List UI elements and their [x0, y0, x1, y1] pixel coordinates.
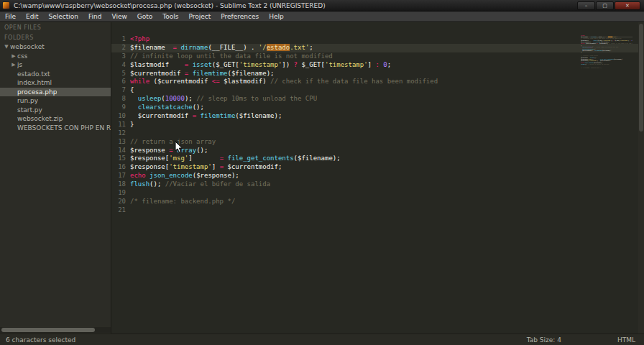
code-line-1[interactable]: 1<?php — [111, 35, 644, 44]
line-content: $filename = dirname(__FILE__) . '/estado… — [130, 44, 313, 52]
line-content: $response['timestamp'] = $currentmodif; — [130, 163, 282, 172]
minimap[interactable]: <?php$filename = dirname(__FILE__) . '/e… — [581, 34, 632, 99]
code-line-7[interactable]: 7{ — [111, 86, 644, 95]
expand-icon[interactable]: ▶ — [10, 62, 17, 68]
collapse-icon[interactable]: ▼ — [3, 44, 10, 50]
code-line-11[interactable]: 11} — [111, 121, 644, 129]
folder-tree: ▼websocket▶css▶jsestado.txtindex.htmlpro… — [0, 42, 111, 132]
minimap-content: <?php$filename = dirname(__FILE__) . '/e… — [581, 34, 632, 70]
tree-item-run-py[interactable]: run.py — [0, 96, 111, 106]
menu-help[interactable]: Help — [264, 12, 289, 21]
tree-item-estado-txt[interactable]: estado.txt — [0, 70, 111, 79]
scrollbar-thumb[interactable] — [639, 24, 643, 132]
menu-preferences[interactable]: Preferences — [216, 12, 264, 21]
sublime-window: C:\wamp\www\raspberry\websocket\procesa.… — [0, 0, 644, 345]
code-line-10[interactable]: 10 $currentmodif = filemtime($filename); — [111, 112, 644, 121]
code-line-3[interactable]: 3// infinite loop until the data file is… — [111, 52, 644, 61]
line-number: 18 — [111, 180, 130, 189]
tree-item-procesa-php[interactable]: procesa.php — [0, 88, 111, 97]
menu-edit[interactable]: Edit — [21, 12, 43, 21]
code-line-18[interactable]: 18flush(); //Vaciar el búfer de salida — [111, 180, 644, 189]
tab-size-indicator[interactable]: Tab Size: 4 — [527, 336, 561, 344]
open-files-header[interactable]: OPEN FILES — [0, 22, 111, 32]
code-line-2[interactable]: 2$filename = dirname(__FILE__) . '/estad… — [111, 44, 644, 52]
tree-item-label: procesa.php — [17, 88, 57, 96]
code-line-12[interactable]: 12 — [111, 129, 644, 138]
line-content: // infinite loop until the data file is … — [130, 52, 333, 61]
code-line-21[interactable]: 21 — [111, 206, 644, 215]
sidebar-horizontal-scrollbar[interactable] — [0, 327, 111, 333]
maximize-button[interactable]: ▢ — [596, 1, 614, 10]
syntax-indicator[interactable]: HTML — [617, 336, 635, 344]
close-button[interactable]: ✕ — [615, 1, 640, 10]
editor-vertical-scrollbar[interactable] — [638, 22, 644, 334]
expand-icon[interactable]: ▶ — [10, 53, 17, 59]
window-title: C:\wamp\www\raspberry\websocket\procesa.… — [14, 2, 577, 9]
line-content: $response = array(); — [130, 147, 208, 155]
line-number: 3 — [111, 52, 130, 61]
minimap-code-line-6: while ($currentmodif <= $lastmodif) // c… — [581, 43, 632, 45]
tree-item-js[interactable]: ▶js — [0, 60, 111, 70]
tree-item-websockets-con-php-en-raspberry-b[interactable]: WEBSOCKETS CON PHP EN RASPBERRY.B — [0, 124, 111, 133]
line-number: 20 — [111, 198, 130, 206]
window-controls: – ▢ ✕ — [577, 1, 640, 10]
minimap-code-line-21 — [581, 69, 632, 70]
line-content: } — [581, 52, 581, 53]
line-number: 2 — [111, 44, 130, 52]
tree-item-css[interactable]: ▶css — [0, 52, 111, 61]
menu-selection[interactable]: Selection — [44, 12, 83, 21]
minimize-button[interactable]: – — [577, 1, 595, 10]
code-line-14[interactable]: 14$response = array(); — [111, 147, 644, 155]
line-number: 5 — [111, 70, 130, 78]
code-line-17[interactable]: 17echo json_encode($response); — [111, 172, 644, 180]
line-content: flush(); //Vaciar el búfer de salida — [581, 63, 609, 65]
line-content: $currentmodif = filemtime($filename); — [130, 70, 275, 78]
line-content: // return a json array — [130, 138, 216, 147]
folders-header[interactable]: FOLDERS — [0, 32, 111, 42]
line-number: 12 — [111, 129, 130, 138]
menu-find[interactable]: Find — [83, 12, 106, 21]
line-number: 21 — [111, 206, 130, 215]
line-number: 9 — [111, 104, 130, 112]
line-content: usleep(10000); // sleep 10ms to unload t… — [130, 95, 317, 104]
code-line-4[interactable]: 4$lastmodif = isset($_GET['timestamp']) … — [111, 61, 644, 70]
menu-file[interactable]: File — [0, 12, 21, 21]
line-number: 16 — [111, 163, 130, 172]
code-line-5[interactable]: 5$currentmodif = filemtime($filename); — [111, 70, 644, 78]
line-content: echo json_encode($response); — [130, 172, 239, 180]
menu-view[interactable]: View — [106, 12, 132, 21]
line-content: $currentmodif = filemtime($filename); — [130, 112, 282, 121]
tree-item-start-py[interactable]: start.py — [0, 106, 111, 115]
sublime-text-icon — [2, 1, 10, 9]
tree-item-label: index.html — [17, 79, 52, 86]
tree-item-websocket-zip[interactable]: websocket.zip — [0, 114, 111, 124]
tree-item-label: websocket.zip — [17, 115, 63, 122]
code-line-20[interactable]: 20/* filename: backend.php */ — [111, 198, 644, 206]
selection-status: 6 characters selected — [6, 336, 527, 344]
code-line-6[interactable]: 6while ($currentmodif <= $lastmodif) // … — [111, 78, 644, 86]
code-line-16[interactable]: 16$response['timestamp'] = $currentmodif… — [111, 163, 644, 172]
tree-item-websocket[interactable]: ▼websocket — [0, 42, 111, 52]
line-content: while ($currentmodif <= $lastmodif) // c… — [581, 43, 632, 45]
line-content: $currentmodif = filemtime($filename); — [581, 50, 611, 51]
code-line-9[interactable]: 9 clearstatcache(); — [111, 104, 644, 112]
editor[interactable]: 1<?php2$filename = dirname(__FILE__) . '… — [111, 22, 644, 334]
line-number: 17 — [111, 172, 130, 180]
line-content: clearstatcache(); — [130, 104, 204, 112]
code-line-19[interactable]: 19 — [111, 189, 644, 198]
tree-item-index-html[interactable]: index.html — [0, 78, 111, 88]
code-line-8[interactable]: 8 usleep(10000); // sleep 10ms to unload… — [111, 95, 644, 104]
code-line-13[interactable]: 13// return a json array — [111, 138, 644, 147]
status-right: Tab Size: 4 HTML — [527, 336, 638, 344]
menu-tools[interactable]: Tools — [157, 12, 183, 21]
line-number: 10 — [111, 112, 130, 121]
line-content: /* filename: backend.php */ — [130, 198, 235, 206]
scrollbar-thumb[interactable] — [1, 328, 95, 332]
menu-project[interactable]: Project — [183, 12, 216, 21]
window-titlebar[interactable]: C:\wamp\www\raspberry\websocket\procesa.… — [0, 0, 644, 12]
status-bar: 6 characters selected Tab Size: 4 HTML — [0, 334, 644, 345]
line-number: 19 — [111, 189, 130, 198]
code-line-15[interactable]: 15$response['msg'] = file_get_contents($… — [111, 155, 644, 163]
menu-goto[interactable]: Goto — [132, 12, 158, 21]
line-number: 6 — [111, 78, 130, 86]
